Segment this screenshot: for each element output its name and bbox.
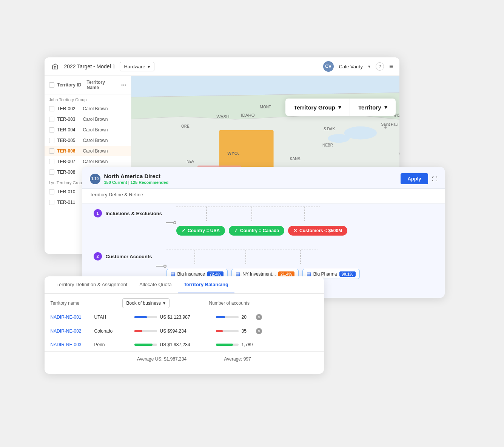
territory-chevron: ▾ [384,104,387,111]
step2-connector: ▤ Big Insurance 72.4% ▤ NY Investment...… [156,253,360,279]
header-right: CV Cale Vardy ▾ ? ≡ [323,61,393,72]
connector-line [166,222,173,223]
alert-icon-001[interactable]: ✕ [256,314,262,320]
row-checkbox[interactable] [49,106,54,111]
breadcrumb: 2022 Target - Model 1 [64,63,116,69]
col-accounts-header: Number of accounts [209,301,318,306]
account-icon: ▤ [171,271,175,277]
chips-connector2: ▤ Big Insurance 72.4% ▤ NY Investment...… [166,253,360,279]
territory-group-btn[interactable]: Territory Group ▾ [285,99,350,116]
row-checkbox[interactable] [49,200,54,205]
col-name-header: Territory Name [87,80,118,90]
count-fill-003 [216,344,233,346]
select-all-checkbox[interactable] [49,82,54,88]
chip-country-canada[interactable]: ✓ Country = Canada [229,226,284,236]
svg-text:WYO.: WYO. [227,151,239,156]
list-item[interactable]: TER-003 Carol Brown [45,114,131,125]
step1-connector: ✓ Country = USA ✓ Country = Canada ✕ Cus… [166,210,347,236]
help-icon[interactable]: ? [376,62,384,71]
user-chevron[interactable]: ▾ [368,64,370,69]
tab-quota[interactable]: Allocate Quota [133,276,177,293]
svg-text:W.VA: W.VA [398,151,399,156]
count-003: 1,789 [242,342,253,347]
tab-balancing[interactable]: Territory Balancing [178,276,234,293]
step1-number: 1 [94,209,102,217]
list-item[interactable]: TER-007 Carol Brown [45,156,131,167]
average-row: Average US: $1,987,234 Average: 997 [45,351,324,366]
tab-definition[interactable]: Territory Definition & Assignment [51,276,134,293]
user-name: Cale Vardy [339,64,363,69]
expand-icon[interactable]: ⛶ [432,176,437,182]
bar-track-002 [134,330,157,332]
chips-connector: ✓ Country = USA ✓ Country = Canada ✕ Cus… [176,210,347,236]
home-icon[interactable] [51,62,60,71]
amount-002: US $994,234 [160,328,186,334]
pct-big-pharma: 90.1% [339,271,356,277]
alert-icon-002[interactable]: ✕ [256,328,262,334]
list-header: Territory ID Territory Name ••• [45,76,131,94]
count-bar-001: 20 ✕ [216,314,318,320]
row-checkbox[interactable] [49,138,54,143]
row-checkbox[interactable] [49,159,54,164]
step1-connector-svg [176,207,327,226]
panel-header-right: Apply ⛶ [401,173,437,184]
count-fill-001 [216,316,225,318]
svg-point-40 [384,126,387,129]
table-row: NADIR-NE-002 Colorado US $994,234 35 ✕ [45,324,324,338]
hardware-dropdown[interactable]: Hardware ▾ [120,62,154,71]
balancing-panel: Territory Definition & Assignment Alloca… [45,276,324,374]
territory-label: Territory [358,104,381,111]
more-options-icon[interactable]: ••• [121,82,126,88]
svg-text:S.DAK: S.DAK [324,127,335,131]
bar-fill-002 [134,330,142,332]
panel-title-group: North America Direct 150 Current | 125 R… [104,173,169,185]
connector-line2 [156,266,163,267]
main-header: 2022 Target - Model 1 Hardware ▾ CV Cale… [45,57,399,76]
territory-group-label: Territory Group [294,104,335,111]
panel-logo: 1.10 [90,174,100,184]
list-item[interactable]: TER-004 Carol Brown [45,125,131,135]
bar-fill-003 [134,344,153,346]
bar-fill-001 [134,316,147,318]
row-checkbox[interactable] [49,148,54,154]
row-checkbox[interactable] [49,117,54,122]
pct-ny-investment: 21.4% [278,271,294,277]
svg-text:MONT: MONT [260,105,271,109]
row-checkbox[interactable] [49,170,54,175]
panel-subtitle: 150 Current | 125 Recommended [104,180,169,185]
chip-country-usa[interactable]: ✓ Country = USA [176,226,225,236]
account-icon3: ▤ [307,271,311,277]
svg-text:NEV: NEV [186,159,194,163]
svg-text:IDAHO: IDAHO [241,113,254,117]
svg-text:WASH: WASH [216,114,229,119]
list-item[interactable]: TER-005 Carol Brown [45,135,131,146]
book-dropdown[interactable]: Book of business ▾ [122,298,170,308]
territory-link-002[interactable]: NADIR-NE-002 [51,328,88,334]
territory-link-001[interactable]: NADIR-NE-001 [51,314,88,320]
avg-count: Average: 997 [224,356,318,362]
territory-link-003[interactable]: NADIR-NE-003 [51,342,88,347]
connector-dot2 [163,265,166,268]
chip-customers[interactable]: ✕ Customers < $500M [288,226,347,236]
count-track-003 [216,344,239,346]
territory-selector-overlay: Territory Group ▾ Territory ▾ [285,99,395,116]
bar-amount-001: US $1,123,987 [134,314,210,320]
bar-amount-002: US $994,234 [134,328,210,334]
pct-big-insurance: 72.4% [207,271,223,277]
bar-track-003 [134,344,157,346]
step2-row: 2 Customer Accounts [94,251,433,279]
apply-button[interactable]: Apply [401,173,428,184]
list-item[interactable]: TER-002 Carol Brown [45,103,131,114]
territory-btn[interactable]: Territory ▾ [350,99,396,116]
list-item-highlighted[interactable]: TER-006 Carol Brown [45,146,131,156]
count-track-001 [216,316,239,318]
flow-diagram: 1 Inclusions & Exclusions [82,204,445,287]
amount-003: US $1,987,234 [160,342,190,347]
count-001: 20 [242,314,253,320]
row-checkbox[interactable] [49,189,54,194]
count-fill-002 [216,330,223,332]
menu-icon[interactable]: ≡ [389,63,393,71]
step1-label: 1 Inclusions & Exclusions [94,209,162,217]
tab-bar: Territory Definition & Assignment Alloca… [45,276,324,294]
row-checkbox[interactable] [49,127,54,133]
